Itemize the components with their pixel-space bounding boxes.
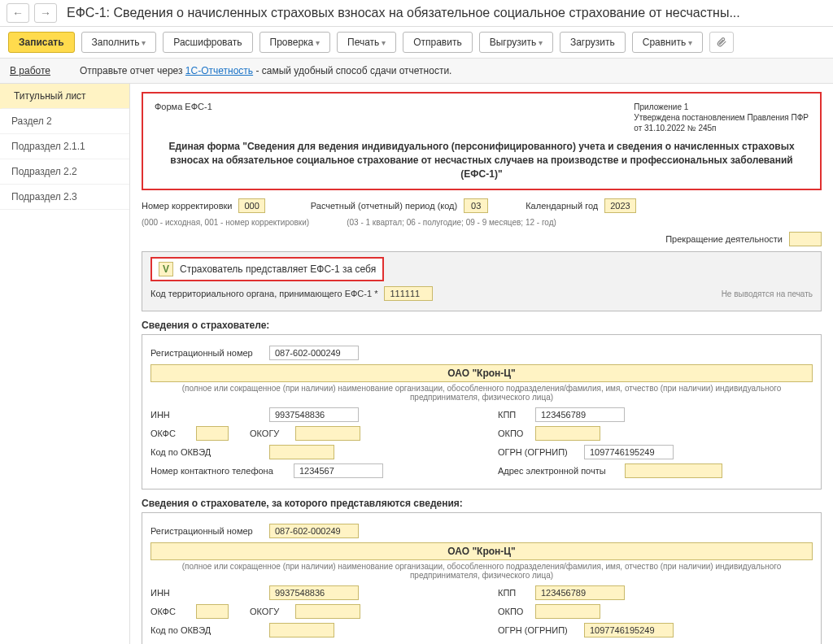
tab-subsection23[interactable]: Подраздел 2.3	[0, 185, 129, 210]
export-button[interactable]: Выгрузить	[479, 32, 553, 53]
phone-input[interactable]: 1234567	[294, 463, 383, 478]
inn2-input[interactable]: 9937548836	[269, 585, 359, 600]
okpo-input[interactable]	[535, 426, 600, 441]
form-header-highlight: Форма ЕФС-1 Приложение 1 Утверждена пост…	[142, 92, 822, 190]
tab-subsection211[interactable]: Подраздел 2.1.1	[0, 134, 129, 159]
territorial-code-input[interactable]: 111111	[384, 286, 433, 301]
sidebar: Титульный лист Раздел 2 Подраздел 2.1.1 …	[0, 84, 130, 644]
cease-activity-input[interactable]	[789, 232, 822, 246]
kpp-input[interactable]: 123456789	[535, 407, 625, 422]
status-text: Отправьте отчет через 1С-Отчетность - са…	[80, 65, 451, 76]
tab-section2[interactable]: Раздел 2	[0, 109, 129, 134]
okpo2-input[interactable]	[535, 604, 600, 619]
ogrn-input[interactable]: 1097746195249	[584, 445, 674, 459]
period-code[interactable]: 03	[464, 198, 488, 213]
calendar-year[interactable]: 2023	[604, 198, 635, 213]
okved-input[interactable]	[269, 445, 334, 459]
correction-number[interactable]: 000	[238, 198, 264, 213]
tab-title-page[interactable]: Титульный лист	[0, 84, 129, 109]
okfs-input[interactable]	[196, 426, 229, 441]
email-input[interactable]	[625, 463, 722, 478]
org2-name-input[interactable]: ОАО "Крон-Ц"	[150, 542, 813, 560]
insurer-section-title: Сведения о страхователе:	[142, 320, 822, 331]
status-label[interactable]: В работе	[10, 65, 50, 76]
okved2-input[interactable]	[269, 623, 334, 637]
1c-report-link[interactable]: 1С-Отчетность	[185, 65, 253, 76]
reg-number-input[interactable]: 087-602-000249	[269, 346, 359, 360]
back-button[interactable]: ←	[7, 3, 29, 23]
insurer2-section-title: Сведения о страхователе, за которого пре…	[142, 498, 822, 509]
decrypt-button[interactable]: Расшифровать	[163, 32, 252, 53]
form-label: Форма ЕФС-1	[155, 102, 212, 133]
fill-button[interactable]: Заполнить	[81, 32, 157, 53]
org-name-input[interactable]: ОАО "Крон-Ц"	[150, 364, 813, 382]
okogu2-input[interactable]	[295, 604, 360, 619]
inn-input[interactable]: 9937548836	[269, 407, 359, 422]
okfs2-input[interactable]	[196, 604, 229, 619]
self-checkbox[interactable]: V	[159, 262, 173, 276]
self-represent-highlight: V Страхователь представляет ЕФС-1 за себ…	[150, 257, 384, 281]
print-button[interactable]: Печать	[337, 32, 396, 53]
save-button[interactable]: Записать	[8, 32, 75, 53]
okogu-input[interactable]	[295, 426, 360, 441]
page-title: ЕФС-1: Сведения о начисленных страховых …	[62, 6, 826, 20]
import-button[interactable]: Загрузить	[560, 32, 626, 53]
send-button[interactable]: Отправить	[403, 32, 473, 53]
check-button[interactable]: Проверка	[259, 32, 331, 53]
form-main-title: Единая форма "Сведения для ведения индив…	[155, 140, 809, 181]
compare-button[interactable]: Сравнить	[632, 32, 703, 53]
kpp2-input[interactable]: 123456789	[535, 585, 625, 600]
forward-button[interactable]: →	[34, 3, 57, 23]
attach-icon[interactable]	[709, 32, 734, 53]
reg2-number-input[interactable]: 087-602-000249	[269, 524, 359, 538]
ogrn2-input[interactable]: 1097746195249	[584, 623, 674, 637]
tab-subsection22[interactable]: Подраздел 2.2	[0, 159, 129, 185]
